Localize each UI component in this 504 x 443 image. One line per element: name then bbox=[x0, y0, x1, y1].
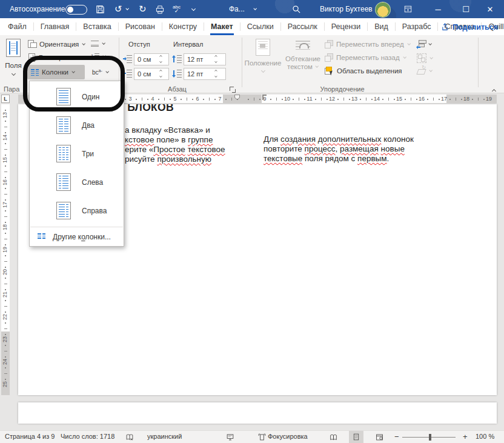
vruler-tick bbox=[4, 239, 7, 239]
tab-Вставка[interactable]: Вставка bbox=[78, 18, 116, 35]
vruler-tick bbox=[4, 261, 7, 262]
document-next-page[interactable] bbox=[18, 402, 497, 424]
ruler-column-gap bbox=[223, 95, 262, 103]
vruler-tick bbox=[5, 155, 6, 156]
position-button[interactable]: Положение bbox=[245, 39, 281, 73]
zoom-out-button[interactable]: − bbox=[394, 432, 399, 441]
indent-right-stepper[interactable] bbox=[151, 68, 168, 79]
line-numbers-button[interactable]: 1 bbox=[91, 53, 106, 59]
minimize-button[interactable]: ─ bbox=[424, 0, 452, 18]
hruler-tick bbox=[187, 98, 187, 101]
size-button[interactable]: Размер bbox=[28, 53, 70, 61]
group-separator bbox=[242, 38, 242, 87]
undo-chevron-icon[interactable] bbox=[125, 0, 129, 18]
document-heading: Х БЛОКОВ bbox=[117, 104, 174, 114]
title-chevron-icon[interactable] bbox=[253, 0, 257, 18]
web-layout-button[interactable] bbox=[372, 431, 386, 443]
selection-pane-button[interactable]: Область выделения bbox=[325, 67, 402, 75]
close-button[interactable]: ✕ bbox=[476, 0, 504, 18]
avatar[interactable] bbox=[375, 2, 391, 18]
text-wrap-button[interactable]: Обтекание текстом bbox=[284, 40, 322, 70]
spacing-after-stepper[interactable] bbox=[205, 68, 225, 79]
indent-right-spinbox[interactable]: 0 см bbox=[134, 68, 169, 80]
spacing-before-stepper[interactable] bbox=[205, 54, 225, 65]
share-button[interactable]: Поделиться bbox=[441, 21, 498, 33]
vruler-tick bbox=[4, 127, 7, 127]
zoom-slider-thumb[interactable] bbox=[429, 434, 431, 441]
rotate-button[interactable] bbox=[417, 67, 433, 75]
tab-stop-selector[interactable]: L bbox=[1, 95, 10, 103]
align-icon bbox=[417, 40, 425, 48]
undo-button[interactable]: ↺ bbox=[114, 0, 122, 18]
tab-separator bbox=[324, 22, 325, 31]
paragraph-dialog-launcher[interactable] bbox=[229, 86, 236, 93]
tab-Констру[interactable]: Констру bbox=[164, 18, 202, 35]
tab-Рецензи[interactable]: Рецензи bbox=[326, 18, 366, 35]
tab-Рассылк[interactable]: Рассылк bbox=[282, 18, 323, 35]
spellcheck-button[interactable]: abc ✓ bbox=[173, 0, 181, 18]
ribbon-display-options-icon bbox=[403, 5, 413, 13]
vertical-ruler[interactable]: 13141516171819202122232425 bbox=[1, 104, 10, 395]
group-objects-button[interactable] bbox=[417, 53, 433, 63]
breaks-button[interactable] bbox=[91, 40, 105, 47]
page-indicator[interactable]: Страница 4 из 9 bbox=[5, 433, 55, 440]
columns-option-two[interactable]: Два bbox=[30, 111, 124, 139]
print-layout-button[interactable] bbox=[349, 431, 363, 443]
selection-pane-label: Область выделения bbox=[337, 67, 402, 75]
display-settings-button[interactable] bbox=[226, 433, 234, 441]
tab-separator bbox=[280, 22, 281, 31]
columns-option-right[interactable]: Справа bbox=[30, 196, 124, 225]
web-layout-icon bbox=[375, 433, 384, 441]
indent-left-spinbox[interactable]: 0 см bbox=[134, 53, 169, 65]
word-count[interactable]: Число слов: 1718 bbox=[61, 433, 114, 440]
columns-option-three[interactable]: Три bbox=[30, 139, 124, 168]
user-name[interactable]: Виктор Бухтеев bbox=[320, 0, 373, 18]
margins-button[interactable]: Поля bbox=[1, 38, 25, 76]
columns-button[interactable]: Колонки bbox=[27, 65, 85, 79]
orientation-button[interactable]: Ориентация bbox=[28, 40, 85, 48]
ribbon-display-options-button[interactable] bbox=[403, 0, 413, 18]
columns-option-one[interactable]: Один bbox=[30, 82, 124, 111]
print-button[interactable] bbox=[155, 0, 165, 18]
align-button[interactable] bbox=[417, 40, 432, 48]
hruler-number: 6 bbox=[194, 96, 201, 102]
bring-forward-button[interactable]: Переместить вперед bbox=[325, 40, 411, 48]
tab-Главная[interactable]: Главная bbox=[35, 18, 75, 35]
redo-button[interactable]: ↻ bbox=[139, 0, 147, 18]
group-label-arrange: Упорядочение bbox=[242, 85, 442, 93]
more-columns-label: Другие колонки... bbox=[53, 233, 111, 241]
autosave-toggle[interactable] bbox=[65, 5, 87, 15]
tab-Вид[interactable]: Вид bbox=[369, 18, 394, 35]
titlebar: Автосохранение ↺ ↻ abc ✓ Фа... bbox=[0, 0, 504, 18]
hruler-tick bbox=[478, 98, 479, 101]
language-indicator[interactable]: украинский bbox=[147, 433, 182, 440]
search-button[interactable] bbox=[292, 0, 301, 18]
text-wrap-label-1: Обтекание bbox=[285, 55, 320, 62]
more-columns-item[interactable]: Другие колонки... bbox=[30, 229, 124, 244]
vruler-number: 18 bbox=[2, 223, 9, 231]
vruler-tick bbox=[5, 289, 6, 290]
spacing-after-spinbox[interactable]: 12 пт bbox=[184, 68, 226, 80]
document-title[interactable]: Фа... bbox=[229, 0, 245, 18]
tab-Макет[interactable]: Макет bbox=[205, 18, 239, 35]
indent-left-stepper[interactable] bbox=[151, 54, 168, 65]
tab-Файл[interactable]: Файл bbox=[2, 18, 32, 35]
columns-option-left[interactable]: Слева bbox=[30, 168, 124, 196]
send-backward-button[interactable]: Переместить назад bbox=[325, 53, 406, 62]
qat-more-button[interactable] bbox=[191, 0, 196, 18]
spacing-before-spinbox[interactable]: 12 пт bbox=[184, 53, 226, 65]
proofing-errors-button[interactable] bbox=[125, 433, 134, 441]
save-button[interactable] bbox=[96, 0, 105, 18]
tab-Разрабс[interactable]: Разрабс bbox=[397, 18, 437, 35]
tab-Ссылки[interactable]: Ссылки bbox=[242, 18, 279, 35]
orientation-icon bbox=[28, 40, 36, 48]
focus-mode-button[interactable]: Фокусировка bbox=[268, 433, 308, 440]
hruler-tick bbox=[254, 98, 254, 101]
collapse-ribbon-button[interactable] bbox=[492, 86, 496, 93]
hyphenation-button[interactable]: bca- bbox=[90, 65, 111, 79]
zoom-level[interactable]: 100 % bbox=[476, 433, 494, 440]
hruler-tick bbox=[343, 98, 344, 101]
zoom-in-button[interactable]: + bbox=[463, 432, 468, 441]
tab-Рисован[interactable]: Рисован bbox=[120, 18, 161, 35]
read-mode-button[interactable] bbox=[326, 431, 340, 443]
